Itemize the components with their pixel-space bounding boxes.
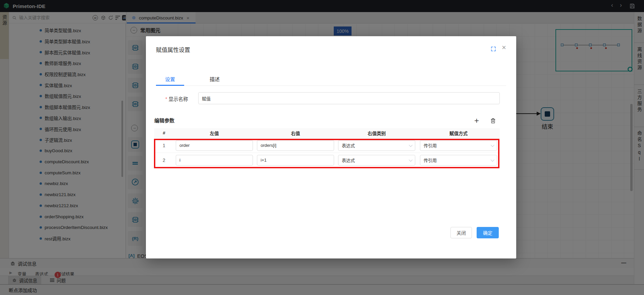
assign-properties-dialog: 赋值属性设置 × 设置 描述 * 显示名称 编辑参数 + # 左值 右值 右值类… <box>146 36 516 258</box>
col-header-assign-mode: 赋值方式 <box>417 130 500 136</box>
assign-mode-select[interactable]: 传引用 <box>420 155 497 166</box>
close-button[interactable]: 关闭 <box>450 227 472 238</box>
right-type-select[interactable]: 表达式 <box>338 155 415 166</box>
display-name-row: * 显示名称 <box>165 95 188 102</box>
chevron-down-icon <box>491 158 494 161</box>
chevron-down-icon <box>491 143 494 146</box>
params-table-row: 2 表达式 传引用 <box>154 153 500 168</box>
row-index: 1 <box>154 143 174 148</box>
col-header-right-type: 右值类别 <box>336 130 417 136</box>
col-header-right-value: 右值 <box>255 130 336 136</box>
chevron-down-icon <box>409 143 413 146</box>
confirm-button[interactable]: 确定 <box>477 227 499 238</box>
display-name-input[interactable] <box>198 92 500 104</box>
dialog-tab-description[interactable]: 描述 <box>201 73 229 85</box>
fullscreen-icon[interactable] <box>490 46 496 52</box>
add-row-icon[interactable]: + <box>474 117 479 124</box>
active-tab-indicator <box>156 85 184 86</box>
params-table-header: # 左值 右值 右值类别 赋值方式 <box>154 128 500 138</box>
dialog-close-icon[interactable]: × <box>502 43 506 52</box>
assign-mode-select[interactable]: 传引用 <box>420 140 497 151</box>
left-value-input[interactable] <box>176 155 253 166</box>
params-table-row: 1 表达式 传引用 <box>154 138 500 153</box>
right-type-select[interactable]: 表达式 <box>338 140 415 151</box>
row-index: 2 <box>154 158 174 163</box>
dialog-tab-settings[interactable]: 设置 <box>156 73 184 85</box>
tab-divider <box>156 85 506 86</box>
chevron-down-icon <box>409 158 413 161</box>
required-mark: * <box>165 96 167 102</box>
right-value-input[interactable] <box>257 140 334 151</box>
left-value-input[interactable] <box>176 140 253 151</box>
col-header-left-value: 左值 <box>174 130 255 136</box>
dialog-title: 赋值属性设置 <box>156 45 190 54</box>
right-value-input[interactable] <box>257 155 334 166</box>
display-name-label: 显示名称 <box>168 95 188 102</box>
delete-row-icon[interactable] <box>490 117 496 124</box>
col-header-index: # <box>154 130 174 135</box>
edit-params-heading: 编辑参数 <box>154 117 174 124</box>
